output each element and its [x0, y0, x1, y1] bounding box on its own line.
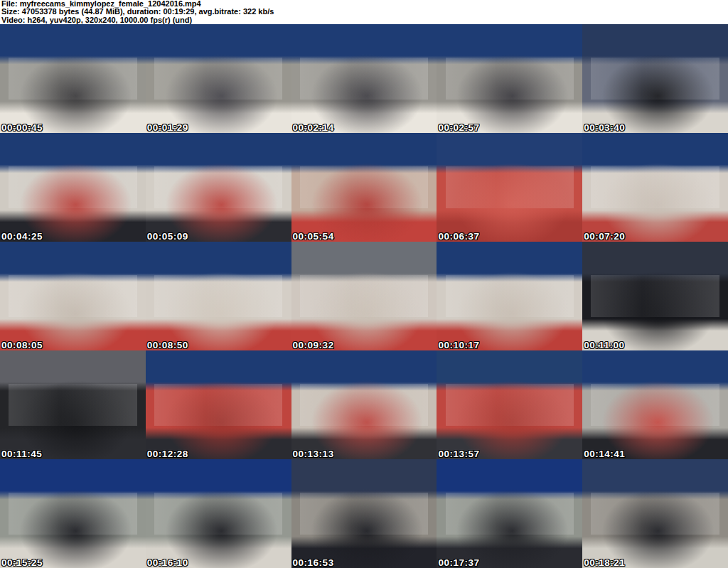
video-frame-thumbnail: 00:13:13 — [291, 350, 437, 459]
timestamp-overlay: 00:17:37 — [438, 557, 479, 568]
file-size-duration-line: Size: 47053378 bytes (44.87 MiB), durati… — [1, 8, 728, 16]
video-frame-thumbnail: 00:09:32 — [291, 242, 437, 350]
video-frame-thumbnail: 00:01:29 — [146, 24, 291, 133]
video-frame-thumbnail: 00:08:50 — [146, 242, 291, 350]
poster-band — [154, 384, 282, 425]
timestamp-overlay: 00:02:57 — [438, 122, 479, 133]
timestamp-overlay: 00:03:40 — [584, 122, 625, 133]
poster-band — [9, 493, 136, 534]
timestamp-overlay: 00:07:20 — [584, 231, 625, 242]
timestamp-overlay: 00:11:45 — [1, 449, 42, 459]
video-frame-thumbnail: 00:11:45 — [0, 350, 146, 459]
video-frame-thumbnail: 00:05:54 — [291, 133, 437, 242]
timestamp-overlay: 00:14:41 — [584, 449, 625, 459]
poster-band — [9, 166, 136, 208]
timestamp-overlay: 00:09:32 — [293, 340, 334, 350]
poster-band — [591, 166, 719, 208]
poster-band — [446, 58, 574, 99]
timestamp-overlay: 00:12:28 — [147, 449, 188, 459]
timestamp-overlay: 00:01:29 — [147, 122, 188, 133]
poster-band — [300, 384, 428, 425]
video-frame-thumbnail: 00:16:10 — [146, 459, 291, 568]
poster-band — [9, 384, 136, 425]
timestamp-overlay: 00:00:45 — [1, 122, 43, 133]
poster-band — [446, 275, 574, 316]
timestamp-overlay: 00:05:54 — [293, 231, 334, 242]
video-frame-thumbnail: 00:14:41 — [582, 350, 728, 459]
poster-band — [9, 275, 136, 316]
poster-band — [154, 275, 282, 316]
video-frame-thumbnail: 00:08:05 — [0, 242, 146, 350]
timestamp-overlay: 00:02:14 — [293, 122, 334, 133]
timestamp-overlay: 00:06:37 — [438, 231, 479, 242]
video-frame-thumbnail: 00:17:37 — [437, 459, 582, 568]
poster-band — [9, 58, 136, 99]
poster-band — [300, 493, 428, 534]
thumbnail-grid: 00:00:45 00:01:29 00:02:14 00:02:57 00:0… — [0, 24, 728, 568]
video-frame-thumbnail: 00:02:57 — [437, 24, 582, 133]
poster-band — [300, 275, 428, 316]
thumbnail-contact-sheet: File: myfreecams_kimmylopez_female_12042… — [0, 0, 728, 568]
poster-band — [591, 493, 719, 534]
video-codec-line: Video: h264, yuv420p, 320x240, 1000.00 f… — [1, 16, 728, 24]
timestamp-overlay: 00:18:21 — [584, 557, 625, 568]
poster-band — [154, 58, 282, 99]
poster-band — [154, 166, 282, 208]
video-frame-thumbnail: 00:04:25 — [0, 133, 146, 242]
timestamp-overlay: 00:13:57 — [438, 449, 479, 459]
video-frame-thumbnail: 00:05:09 — [146, 133, 291, 242]
poster-band — [154, 493, 282, 534]
timestamp-overlay: 00:16:53 — [293, 557, 334, 568]
timestamp-overlay: 00:16:10 — [147, 557, 188, 568]
poster-band — [446, 166, 574, 208]
video-frame-thumbnail: 00:07:20 — [582, 133, 728, 242]
video-frame-thumbnail: 00:15:25 — [0, 459, 146, 568]
timestamp-overlay: 00:04:25 — [1, 231, 43, 242]
poster-band — [591, 58, 719, 99]
poster-band — [591, 384, 719, 425]
video-frame-thumbnail: 00:00:45 — [0, 24, 146, 133]
video-frame-thumbnail: 00:03:40 — [582, 24, 728, 133]
poster-band — [300, 166, 428, 208]
video-frame-thumbnail: 00:16:53 — [291, 459, 437, 568]
video-frame-thumbnail: 00:18:21 — [582, 459, 728, 568]
video-frame-thumbnail: 00:13:57 — [437, 350, 582, 459]
media-info-header: File: myfreecams_kimmylopez_female_12042… — [0, 0, 728, 24]
timestamp-overlay: 00:05:09 — [147, 231, 188, 242]
poster-band — [446, 384, 574, 425]
poster-band — [591, 275, 719, 316]
video-frame-thumbnail: 00:12:28 — [146, 350, 291, 459]
poster-band — [446, 493, 574, 534]
video-frame-thumbnail: 00:02:14 — [291, 24, 437, 133]
video-frame-thumbnail: 00:06:37 — [437, 133, 582, 242]
timestamp-overlay: 00:10:17 — [438, 340, 479, 350]
timestamp-overlay: 00:13:13 — [293, 449, 334, 459]
video-frame-thumbnail: 00:11:00 — [582, 242, 728, 350]
timestamp-overlay: 00:08:50 — [147, 340, 188, 350]
video-frame-thumbnail: 00:10:17 — [437, 242, 582, 350]
poster-band — [300, 58, 428, 99]
timestamp-overlay: 00:15:25 — [1, 557, 43, 568]
timestamp-overlay: 00:11:00 — [584, 340, 624, 350]
timestamp-overlay: 00:08:05 — [1, 340, 43, 350]
